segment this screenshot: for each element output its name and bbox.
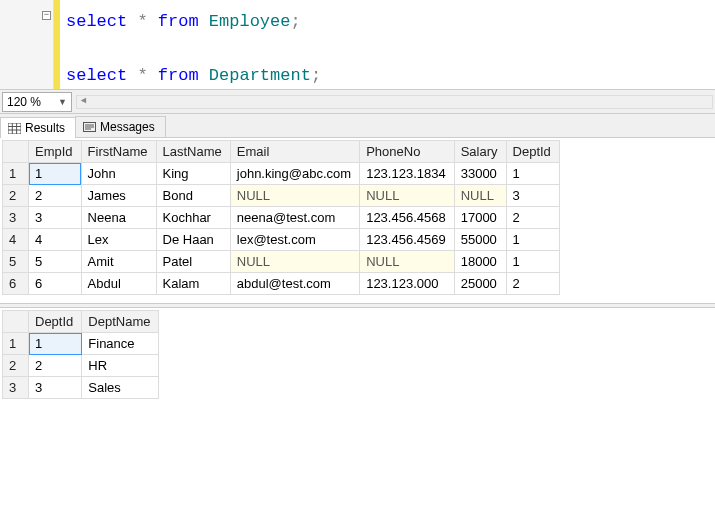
column-header[interactable]: PhoneNo xyxy=(360,141,455,163)
identifier: Employee xyxy=(209,12,291,31)
row-number[interactable]: 2 xyxy=(3,185,29,207)
row-number[interactable]: 1 xyxy=(3,163,29,185)
result-tabs: Results Messages xyxy=(0,114,715,138)
table-row[interactable]: 33NeenaKochharneena@test.com123.456.4568… xyxy=(3,207,560,229)
cell[interactable]: Sales xyxy=(82,377,159,399)
column-header[interactable]: Salary xyxy=(454,141,506,163)
table-row[interactable]: 22HR xyxy=(3,355,159,377)
editor-gutter: − xyxy=(0,0,54,89)
cell[interactable]: 2 xyxy=(29,355,82,377)
cell[interactable]: lex@test.com xyxy=(230,229,359,251)
cell[interactable]: 17000 xyxy=(454,207,506,229)
cell[interactable]: 6 xyxy=(29,273,82,295)
svg-rect-0 xyxy=(8,123,21,134)
cell[interactable]: Amit xyxy=(81,251,156,273)
table-row[interactable]: 11JohnKingjohn.king@abc.com123.123.18343… xyxy=(3,163,560,185)
fold-minus-icon[interactable]: − xyxy=(42,11,51,20)
cell[interactable]: 123.123.000 xyxy=(360,273,455,295)
cell[interactable]: HR xyxy=(82,355,159,377)
row-number[interactable]: 4 xyxy=(3,229,29,251)
tab-results[interactable]: Results xyxy=(0,117,76,138)
table-row[interactable]: 44LexDe Haanlex@test.com123.456.45695500… xyxy=(3,229,560,251)
cell[interactable]: Kochhar xyxy=(156,207,230,229)
cell[interactable]: NULL xyxy=(360,185,455,207)
cell[interactable]: John xyxy=(81,163,156,185)
code-content[interactable]: select * from Employee; select * from De… xyxy=(60,0,327,89)
cell[interactable]: De Haan xyxy=(156,229,230,251)
cell[interactable]: 123.123.1834 xyxy=(360,163,455,185)
cell[interactable]: 1 xyxy=(29,333,82,355)
table-row[interactable]: 33Sales xyxy=(3,377,159,399)
tab-messages[interactable]: Messages xyxy=(75,116,166,137)
column-header[interactable]: EmpId xyxy=(29,141,82,163)
cell[interactable]: 3 xyxy=(29,207,82,229)
cell[interactable]: 3 xyxy=(506,185,559,207)
cell[interactable]: NULL xyxy=(454,185,506,207)
grid-corner[interactable] xyxy=(3,141,29,163)
cell[interactable]: Finance xyxy=(82,333,159,355)
table-row[interactable]: 55AmitPatelNULLNULL180001 xyxy=(3,251,560,273)
horizontal-scrollbar[interactable] xyxy=(76,95,713,109)
cell[interactable]: James xyxy=(81,185,156,207)
sql-editor[interactable]: − select * from Employee; select * from … xyxy=(0,0,715,90)
cell[interactable]: 18000 xyxy=(454,251,506,273)
cell[interactable]: 55000 xyxy=(454,229,506,251)
row-number[interactable]: 5 xyxy=(3,251,29,273)
cell[interactable]: 2 xyxy=(506,273,559,295)
row-number[interactable]: 6 xyxy=(3,273,29,295)
cell[interactable]: 2 xyxy=(29,185,82,207)
zoom-value: 120 % xyxy=(7,95,41,109)
cell[interactable]: 25000 xyxy=(454,273,506,295)
cell[interactable]: 123.456.4569 xyxy=(360,229,455,251)
row-number[interactable]: 1 xyxy=(3,333,29,355)
cell[interactable]: 1 xyxy=(506,251,559,273)
cell[interactable]: 1 xyxy=(506,229,559,251)
cell[interactable]: NULL xyxy=(230,251,359,273)
cell[interactable]: Lex xyxy=(81,229,156,251)
grid-corner[interactable] xyxy=(3,311,29,333)
cell[interactable]: Kalam xyxy=(156,273,230,295)
cell[interactable]: King xyxy=(156,163,230,185)
result-grid-2[interactable]: DeptIdDeptName11Finance22HR33Sales xyxy=(0,310,715,399)
table-row[interactable]: 11Finance xyxy=(3,333,159,355)
grid-splitter[interactable] xyxy=(0,303,715,308)
cell[interactable]: NULL xyxy=(230,185,359,207)
table-row[interactable]: 22JamesBondNULLNULLNULL3 xyxy=(3,185,560,207)
messages-icon xyxy=(82,121,96,133)
cell[interactable]: 123.456.4568 xyxy=(360,207,455,229)
cell[interactable]: 1 xyxy=(506,163,559,185)
column-header[interactable]: DeptName xyxy=(82,311,159,333)
cell[interactable]: 5 xyxy=(29,251,82,273)
row-number[interactable]: 3 xyxy=(3,207,29,229)
column-header[interactable]: DeptId xyxy=(506,141,559,163)
cell[interactable]: NULL xyxy=(360,251,455,273)
cell[interactable]: 3 xyxy=(29,377,82,399)
result-grid-1[interactable]: EmpIdFirstNameLastNameEmailPhoneNoSalary… xyxy=(0,140,715,295)
cell[interactable]: neena@test.com xyxy=(230,207,359,229)
semicolon: ; xyxy=(311,66,321,85)
zoom-dropdown[interactable]: 120 % ▼ xyxy=(2,92,72,112)
row-number[interactable]: 2 xyxy=(3,355,29,377)
column-header[interactable]: FirstName xyxy=(81,141,156,163)
tab-results-label: Results xyxy=(25,121,65,135)
row-number[interactable]: 3 xyxy=(3,377,29,399)
identifier: Department xyxy=(209,66,311,85)
cell[interactable]: 2 xyxy=(506,207,559,229)
cell[interactable]: 1 xyxy=(29,163,82,185)
cell[interactable]: Patel xyxy=(156,251,230,273)
table-row[interactable]: 66AbdulKalamabdul@test.com123.123.000250… xyxy=(3,273,560,295)
column-header[interactable]: DeptId xyxy=(29,311,82,333)
grid-icon xyxy=(7,122,21,134)
cell[interactable]: john.king@abc.com xyxy=(230,163,359,185)
cell[interactable]: abdul@test.com xyxy=(230,273,359,295)
star: * xyxy=(137,12,147,31)
cell[interactable]: Bond xyxy=(156,185,230,207)
cell[interactable]: Neena xyxy=(81,207,156,229)
column-header[interactable]: Email xyxy=(230,141,359,163)
cell[interactable]: 33000 xyxy=(454,163,506,185)
keyword: from xyxy=(158,66,199,85)
cell[interactable]: Abdul xyxy=(81,273,156,295)
results-pane[interactable]: EmpIdFirstNameLastNameEmailPhoneNoSalary… xyxy=(0,138,715,520)
column-header[interactable]: LastName xyxy=(156,141,230,163)
cell[interactable]: 4 xyxy=(29,229,82,251)
